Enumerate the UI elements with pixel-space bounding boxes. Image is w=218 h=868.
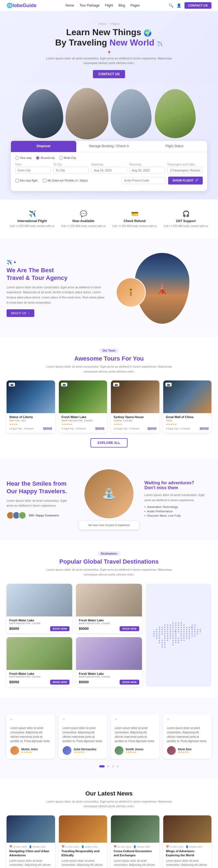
svg-point-49 [164,631,166,632]
international-flight-icon: ✈️ [9,210,55,217]
news-card-3[interactable]: 📅 22 Dec 2024 · 👤 Moiwa John Cross-Cultu… [111,815,159,868]
author-avatar-2 [63,746,71,755]
svg-point-46 [156,631,157,632]
svg-point-93 [156,638,157,639]
svg-point-56 [183,631,185,632]
news-content-4: 📅 22 Dec 2024 · 👤 Moiwa John Wings of Ad… [163,843,212,868]
nav-pages[interactable]: Pages [130,4,140,7]
search-icon[interactable]: 🔍 [169,3,173,8]
to-city-group: To City [54,163,89,174]
form-row-1: From To City Departing Returning Passeng… [15,163,203,174]
news-meta-1: 📅 22 Dec 2024 · 👤 Moiwa John [9,845,52,848]
checkbox-flexible[interactable]: My Dates are Flexible (+/- 3days) [43,179,88,182]
news-title: Our Latest News [6,790,212,797]
about-overlay-image: 🧍 [116,277,146,307]
quote-icon-2: " [63,718,103,724]
book-button-2[interactable]: BOOK NOW [120,626,139,631]
nav-tour[interactable]: Tour Package [80,4,99,7]
svg-point-58 [189,631,190,632]
tab-manage[interactable]: Manage Booking / Check in [76,141,142,152]
nav-flight[interactable]: Flight [105,4,113,7]
promo-input[interactable] [122,177,165,184]
radio-multicity[interactable]: Multi-City [59,156,76,160]
tour-card-4[interactable]: 📷 Great Wall of China China ★★★★★ 4 Days… [163,380,212,433]
radio-oneway[interactable]: One way [15,156,32,160]
book-button-3[interactable]: BOOK NOW [50,680,70,685]
svg-point-108 [167,640,168,641]
quote-icon-4: " [167,718,208,724]
news-card-4[interactable]: 📅 22 Dec 2024 · 👤 Moiwa John Wings of Ad… [163,815,212,868]
checkbox-row: Non-stop flight My Dates are Flexible (+… [15,179,88,182]
user-icon[interactable]: 👤 [177,3,181,8]
from-city-input[interactable] [15,167,51,174]
dest-card-4[interactable]: Fresh Water Lake Banff National Park, Ca… [76,637,142,687]
book-button-4[interactable]: BOOK NOW [120,680,139,685]
svg-point-37 [181,629,182,630]
testimonial-3: " Lorem ipsum dolor sit amet consectetur… [111,714,159,759]
tours-grid: 📷 Statue of Liberty New York, USA ★★★★ 6… [6,380,212,433]
svg-point-76 [192,633,193,634]
radio-roundtrip[interactable]: Round-trip [36,156,55,160]
testimonials-section: " Lorem ipsum dolor sit amet consectetur… [0,698,218,779]
dest-card-2[interactable]: Fresh Water Lake Banff National Park, Ca… [76,584,142,633]
nav-home[interactable]: Home [65,4,74,7]
refund-icon: 💳 [112,210,157,217]
about-right: 🗼 🧍 [113,250,212,327]
svg-point-55 [181,631,182,632]
news-card-1[interactable]: 📅 22 Dec 2024 · 👤 Moiwa John Navigating … [6,815,55,868]
passengers-input[interactable] [167,167,203,174]
departing-input[interactable] [91,167,127,174]
svg-point-103 [186,638,187,639]
dot-2[interactable] [107,765,109,768]
tour-card-3[interactable]: 📷 Sydney Opera House Sydney, Australia ★… [111,380,159,433]
dest-info-1: Fresh Water Lake Banff National Park, Ca… [6,616,72,633]
tour-info-3: Sydney Opera House Sydney, Australia ★★★… [111,413,159,433]
tour-badge-2: 📷 [61,383,67,386]
svg-point-114 [159,642,160,643]
svg-point-110 [175,640,177,641]
tour-card-2[interactable]: 📷 Fresh Water Lake Banff National Park, … [59,380,107,433]
person-placeholder: 🧍 [117,278,145,307]
globe-emoji: 🌍 [144,29,152,36]
svg-point-57 [186,631,187,632]
travelers-section: Hear the Smiles from Our Happy Travelers… [0,458,218,540]
svg-point-113 [183,640,185,641]
svg-text:✈: ✈ [191,626,193,629]
support-icon: 🎧 [163,210,209,217]
hero-contact-button[interactable]: CONTACT US [93,70,125,78]
testimonial-pagination [6,764,212,768]
to-city-input[interactable] [54,167,89,174]
travelers-title: Hear the Smiles from Our Happy Travelers… [6,480,73,495]
svg-point-44 [200,629,201,630]
tour-card-1[interactable]: 📷 Statue of Liberty New York, USA ★★★★ 6… [6,380,55,433]
logo[interactable]: 🌐lobeGuide [6,2,36,8]
svg-point-4 [164,624,166,626]
book-button-1[interactable]: BOOK NOW [50,626,70,631]
nav-links: Home Tour Package Flight Blog Pages [65,4,140,7]
about-button[interactable]: ABOUT US → [6,309,34,317]
nav-blog[interactable]: Blog [119,4,125,7]
feature-refund: 💳 Check Refund Call +1 555 888 body cont… [109,210,160,228]
dot-3[interactable] [112,765,114,768]
feature-item-2: Audio Performance [145,509,212,513]
contact-button[interactable]: CONTACT US [185,2,212,9]
explore-all-button[interactable]: EXPLORE ALL [91,438,127,447]
news-section: Our Latest News Lorem ipsum dolor sit am… [0,779,218,868]
dest-card-1[interactable]: Fresh Water Lake Banff National Park, Ca… [6,584,72,633]
checkbox-nonstop[interactable]: Non-stop flight [15,179,37,182]
svg-point-21 [178,626,179,628]
returning-input[interactable] [129,167,165,174]
svg-point-80 [156,635,157,637]
dot-1[interactable] [99,765,105,768]
hero-image-2 [65,88,108,139]
svg-point-9 [178,624,179,626]
author-details-2: Julia Hernandez ★★★★★ [73,748,96,753]
tab-stopover[interactable]: Stopover [11,141,76,152]
destinations-title: Popular Global Travel Destinations [6,558,212,565]
svg-point-98 [173,638,174,639]
tab-status[interactable]: Flight Status [142,141,207,152]
dest-card-3[interactable]: Fresh Water Lake Banff National Park, Ca… [6,637,72,687]
dot-4[interactable] [117,765,119,768]
show-flight-button[interactable]: SHOW FLIGHT ✈️ [168,177,203,185]
news-card-2[interactable]: 📅 22 Dec 2024 · 👤 Moiwa John Traveling R… [59,815,107,868]
